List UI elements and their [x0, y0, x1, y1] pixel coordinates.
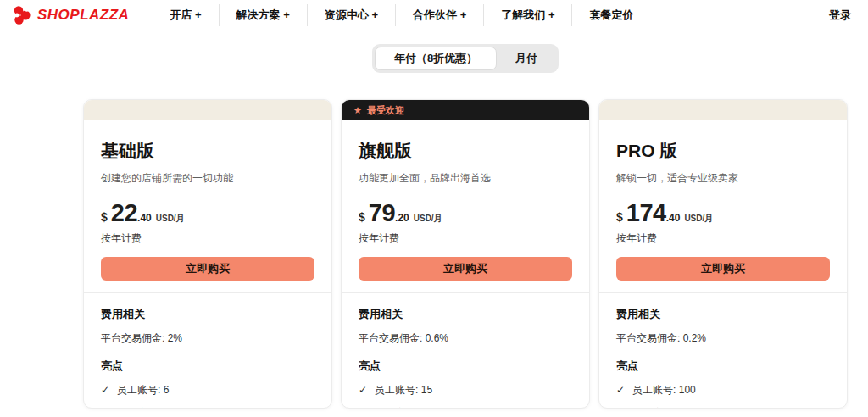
plan-price: $ 174 .40 USD/月: [616, 199, 830, 227]
plan-name: 旗舰版: [359, 139, 572, 163]
nav-item-partners[interactable]: 合作伙伴 +: [395, 4, 483, 26]
plan-card-pro-body: PRO 版 解锁一切，适合专业级卖家 $ 174 .40 USD/月 按年计费 …: [599, 120, 847, 281]
billing-period-toggle: 年付（8折优惠） 月付: [372, 44, 559, 73]
plan-card-basic-body: 基础版 创建您的店铺所需的一切功能 $ 22 .40 USD/月 按年计费 立即…: [84, 120, 331, 281]
feature-list: ✓员工账号: 100✓无限产品展示✓免费主题✓多渠道流量跟踪✓智能商品推荐✓B2…: [616, 383, 830, 409]
billing-note: 按年计费: [359, 231, 572, 246]
check-icon: ✓: [101, 407, 109, 409]
billing-note: 按年计费: [616, 231, 830, 246]
nav-item-solutions[interactable]: 解决方案 +: [219, 4, 307, 26]
check-icon: ✓: [616, 384, 625, 396]
most-popular-label: 最受欢迎: [367, 104, 404, 117]
fees-heading: 费用相关: [101, 307, 314, 322]
nav-menu: 开店 + 解决方案 + 资源中心 + 合作伙伴 + 了解我们 + 套餐定价: [153, 4, 650, 26]
price-currency: $: [101, 210, 108, 224]
nav-item-resources[interactable]: 资源中心 +: [307, 4, 395, 26]
feature-label: 无限产品展示: [632, 406, 693, 409]
price-unit: USD/月: [684, 213, 713, 225]
check-icon: ✓: [359, 407, 367, 409]
plan-card-pro-strip: [599, 100, 847, 120]
shoplazza-logo-icon: [12, 5, 32, 25]
plan-card-pro: PRO 版 解锁一切，适合专业级卖家 $ 174 .40 USD/月 按年计费 …: [598, 99, 848, 409]
price-currency: $: [616, 210, 623, 224]
plan-card-flagship-details: 费用相关 平台交易佣金: 0.6% 亮点 ✓员工账号: 15✓无限产品展示✓免费…: [342, 293, 589, 409]
plan-tagline: 解锁一切，适合专业级卖家: [616, 171, 830, 186]
most-popular-badge: ★ 最受欢迎: [342, 100, 589, 120]
nav-item-open-store[interactable]: 开店 +: [153, 4, 218, 26]
check-icon: ✓: [616, 407, 625, 409]
fee-line: 平台交易佣金: 0.6%: [359, 331, 572, 346]
feature-item: ✓无限产品展示: [101, 406, 314, 409]
price-decimal: .40: [666, 212, 681, 224]
feature-label: 无限产品展示: [117, 406, 178, 409]
plan-tagline: 功能更加全面，品牌出海首选: [359, 171, 572, 186]
plan-card-basic-strip: [84, 100, 331, 120]
price-integer: 174: [626, 199, 666, 227]
nav-item-about[interactable]: 了解我们 +: [483, 4, 571, 26]
price-currency: $: [359, 210, 365, 224]
feature-list: ✓员工账号: 15✓无限产品展示✓免费主题✓多渠道流量跟踪✓智能商品推荐✓优先级…: [359, 383, 572, 409]
price-unit: USD/月: [156, 213, 185, 225]
logo-wordmark: SHOPLAZZA: [37, 7, 129, 24]
feature-label: 员工账号: 15: [375, 383, 432, 398]
fees-heading: 费用相关: [359, 307, 572, 322]
fee-line: 平台交易佣金: 2%: [101, 331, 314, 346]
login-link[interactable]: 登录: [824, 4, 856, 26]
plan-card-flagship: ★ 最受欢迎 旗舰版 功能更加全面，品牌出海首选 $ 79 .20 USD/月 …: [341, 99, 590, 409]
price-decimal: .40: [137, 212, 152, 224]
price-unit: USD/月: [414, 213, 442, 225]
plan-tagline: 创建您的店铺所需的一切功能: [101, 171, 314, 186]
fees-heading: 费用相关: [616, 307, 830, 322]
nav-item-pricing[interactable]: 套餐定价: [571, 4, 650, 26]
highlights-heading: 亮点: [359, 359, 572, 374]
plan-price: $ 79 .20 USD/月: [359, 199, 572, 227]
shoplazza-logo[interactable]: SHOPLAZZA: [12, 5, 129, 25]
plan-card-flagship-body: 旗舰版 功能更加全面，品牌出海首选 $ 79 .20 USD/月 按年计费 立即…: [342, 120, 589, 281]
plan-card-pro-details: 费用相关 平台交易佣金: 0.2% 亮点 ✓员工账号: 100✓无限产品展示✓免…: [599, 293, 847, 409]
feature-item: ✓无限产品展示: [359, 406, 572, 409]
feature-item: ✓员工账号: 100: [616, 383, 830, 398]
plan-price: $ 22 .40 USD/月: [101, 199, 314, 227]
feature-label: 无限产品展示: [375, 406, 436, 409]
feature-list: ✓员工账号: 6✓无限产品展示✓免费主题✓多渠道流量跟踪✓智能商品推荐✓24/7…: [101, 383, 314, 409]
toggle-monthly-option[interactable]: 月付: [497, 47, 556, 70]
feature-label: 员工账号: 6: [117, 383, 169, 398]
highlights-heading: 亮点: [616, 359, 830, 374]
plan-card-basic-details: 费用相关 平台交易佣金: 2% 亮点 ✓员工账号: 6✓无限产品展示✓免费主题✓…: [84, 293, 331, 409]
feature-item: ✓员工账号: 15: [359, 383, 572, 398]
toggle-annual-option[interactable]: 年付（8折优惠）: [375, 47, 497, 70]
star-icon: ★: [353, 106, 362, 115]
top-navigation: SHOPLAZZA 开店 + 解决方案 + 资源中心 + 合作伙伴 + 了解我们…: [0, 0, 868, 31]
price-integer: 79: [369, 199, 395, 227]
plan-name: 基础版: [101, 139, 314, 163]
highlights-heading: 亮点: [101, 359, 314, 374]
check-icon: ✓: [359, 384, 367, 396]
fee-line: 平台交易佣金: 0.2%: [616, 331, 830, 346]
plan-name: PRO 版: [616, 139, 830, 163]
price-integer: 22: [111, 199, 137, 227]
pricing-cards: 基础版 创建您的店铺所需的一切功能 $ 22 .40 USD/月 按年计费 立即…: [83, 99, 848, 409]
buy-now-button-pro[interactable]: 立即购买: [616, 257, 830, 281]
feature-item: ✓无限产品展示: [616, 406, 830, 409]
price-decimal: .20: [395, 212, 409, 224]
buy-now-button-basic[interactable]: 立即购买: [101, 257, 314, 281]
check-icon: ✓: [101, 384, 109, 396]
billing-toggle-row: 年付（8折优惠） 月付: [0, 44, 868, 73]
plan-card-basic: 基础版 创建您的店铺所需的一切功能 $ 22 .40 USD/月 按年计费 立即…: [83, 99, 332, 409]
buy-now-button-flagship[interactable]: 立即购买: [359, 257, 572, 281]
feature-item: ✓员工账号: 6: [101, 383, 314, 398]
billing-note: 按年计费: [101, 231, 314, 246]
feature-label: 员工账号: 100: [632, 383, 696, 398]
